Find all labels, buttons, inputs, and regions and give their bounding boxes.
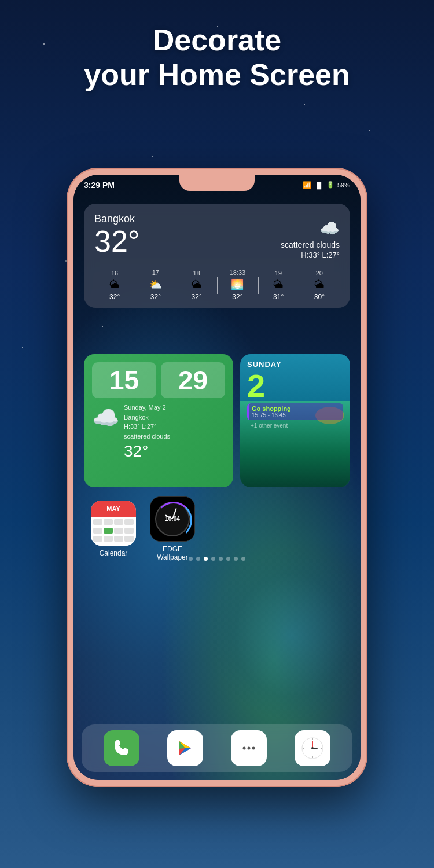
edge-app-wrapper[interactable]: 10:04 EDGE Wallpaper bbox=[150, 496, 195, 561]
clock-minute: 29 bbox=[167, 367, 219, 393]
calendar-event-title: Go shopping bbox=[252, 405, 340, 412]
svg-point-10 bbox=[311, 747, 314, 749]
clock-weather-widget[interactable]: 15 29 ☁️ Sunday, May 2 Bangkok H:33° L:2… bbox=[84, 354, 233, 487]
forecast-item-5: 19 🌥 31° bbox=[258, 270, 299, 301]
dock-play-icon[interactable] bbox=[167, 730, 203, 766]
forecast-item-2: 17 ⛅ 32° bbox=[135, 269, 176, 301]
calendar-app-wrapper[interactable]: MAY bbox=[91, 501, 136, 557]
clock-hour: 15 bbox=[98, 367, 150, 393]
forecast-icon-5: 🌥 bbox=[258, 279, 299, 291]
app-icons-row: MAY bbox=[91, 496, 343, 561]
dot-5 bbox=[219, 557, 223, 561]
battery-percent: 59% bbox=[337, 182, 350, 189]
calendar-event-time: 15:75 - 16:45 bbox=[252, 412, 340, 418]
dock-clock-wrapper[interactable] bbox=[295, 730, 330, 766]
forecast-item-3: 18 🌥 32° bbox=[176, 270, 217, 301]
svg-point-5 bbox=[248, 747, 251, 750]
forecast-item-1: 16 🌥 32° bbox=[94, 270, 135, 301]
wifi-icon: 📶 bbox=[303, 181, 311, 189]
dock-clock-icon[interactable] bbox=[295, 730, 330, 766]
calendar-app-label: Calendar bbox=[100, 549, 128, 557]
dot-6 bbox=[226, 557, 230, 561]
clock-hour-box: 15 bbox=[92, 362, 156, 398]
clock-minute-box: 29 bbox=[161, 362, 225, 398]
phone-notch bbox=[179, 175, 255, 191]
calendar-icon-top: MAY bbox=[91, 501, 136, 517]
calendar-date-number: 2 bbox=[247, 370, 343, 402]
signal-icon: ▐▌ bbox=[314, 182, 323, 189]
header-title: Decorate your Home Screen bbox=[0, 23, 434, 93]
svg-point-4 bbox=[243, 747, 246, 750]
forecast-icon-6: 🌥 bbox=[299, 279, 340, 291]
forecast-icon-3: 🌥 bbox=[176, 279, 217, 291]
weather-cloud-icon: ☁️ bbox=[281, 219, 340, 238]
forecast-icon-1: 🌥 bbox=[94, 279, 135, 291]
clock-temp: 32° bbox=[124, 442, 170, 461]
clock-cloud-icon: ☁️ bbox=[92, 405, 119, 431]
dock-play-wrapper[interactable] bbox=[167, 730, 203, 766]
header-line1: Decorate bbox=[0, 23, 434, 58]
widgets-row: 15 29 ☁️ Sunday, May 2 Bangkok H:33° L:2… bbox=[84, 354, 350, 487]
svg-point-6 bbox=[252, 747, 255, 750]
dot-1 bbox=[189, 557, 193, 561]
edge-app-icon[interactable]: 10:04 bbox=[150, 496, 195, 542]
clock-highlow: H:33° L:27° bbox=[124, 422, 170, 432]
bottom-dock bbox=[82, 724, 352, 772]
dot-8 bbox=[241, 557, 245, 561]
dot-7 bbox=[234, 557, 238, 561]
calendar-content: SUNDAY 2 Go shopping 15:75 - 16:45 +1 ot… bbox=[240, 354, 350, 435]
status-time: 3:29 PM bbox=[84, 181, 115, 190]
clock-date-row: ☁️ Sunday, May 2 Bangkok H:33° L:27° sca… bbox=[92, 403, 225, 461]
forecast-item-4: 18:33 🌅 32° bbox=[217, 269, 258, 301]
phone-frame: 3:29 PM 📶 ▐▌ 🔋 59% Bangkok 32° ☁️ scatte… bbox=[67, 168, 367, 787]
dock-phone-wrapper[interactable] bbox=[104, 730, 139, 766]
edge-clock-face: 10:04 bbox=[155, 502, 190, 536]
dock-more-icon[interactable] bbox=[231, 730, 267, 766]
forecast-icon-2: ⛅ bbox=[135, 278, 176, 291]
weather-description: scattered clouds bbox=[281, 240, 340, 249]
dot-4 bbox=[211, 557, 215, 561]
calendar-icon-grid bbox=[91, 517, 136, 546]
dot-3-active bbox=[204, 557, 208, 561]
dot-2 bbox=[196, 557, 200, 561]
battery-icon: 🔋 bbox=[326, 181, 334, 189]
status-icons: 📶 ▐▌ 🔋 59% bbox=[303, 181, 350, 189]
clock-desc: scattered clouds bbox=[124, 432, 170, 442]
dock-phone-icon[interactable] bbox=[104, 730, 139, 766]
calendar-app-icon[interactable]: MAY bbox=[91, 501, 136, 546]
phone-screen: 3:29 PM 📶 ▐▌ 🔋 59% Bangkok 32° ☁️ scatte… bbox=[73, 175, 361, 780]
clock-numbers: 15 29 bbox=[92, 362, 225, 398]
clock-date: Sunday, May 2 bbox=[124, 403, 170, 413]
weather-high-low: H:33° L:27° bbox=[281, 251, 340, 259]
page-dots bbox=[73, 557, 361, 561]
forecast-item-6: 20 🌥 30° bbox=[299, 270, 340, 301]
header-line2: your Home Screen bbox=[0, 58, 434, 93]
clock-city: Bangkok bbox=[124, 413, 170, 422]
calendar-other-event: +1 other event bbox=[247, 422, 343, 429]
dock-more-wrapper[interactable] bbox=[231, 730, 267, 766]
weather-widget[interactable]: Bangkok 32° ☁️ scattered clouds H:33° L:… bbox=[84, 204, 350, 308]
weather-temperature: 32° bbox=[94, 226, 140, 256]
weather-forecast: 16 🌥 32° 17 ⛅ 32° 18 🌥 32° bbox=[94, 264, 340, 301]
forecast-icon-4: 🌅 bbox=[217, 278, 258, 291]
calendar-widget[interactable]: SUNDAY 2 Go shopping 15:75 - 16:45 +1 ot… bbox=[240, 354, 350, 487]
weather-city: Bangkok bbox=[94, 213, 140, 225]
